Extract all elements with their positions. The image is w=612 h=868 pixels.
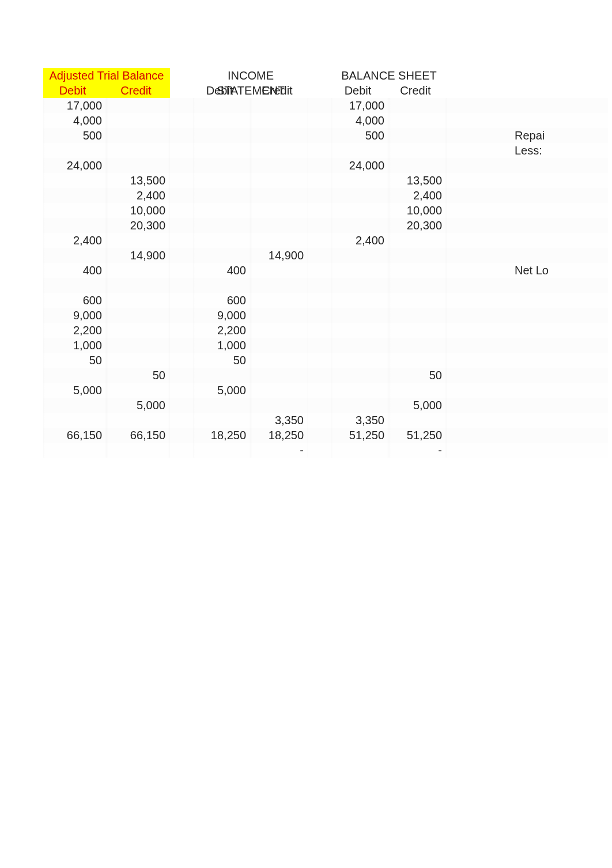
cell-is-credit: [251, 188, 308, 203]
side-annotation: [510, 413, 579, 428]
col-header-atb-credit: Credit: [107, 83, 170, 98]
cell-is-debit: 2,200: [193, 323, 251, 338]
table-row: 10,00010,000: [43, 203, 608, 218]
cell-bs-debit: [331, 308, 389, 323]
table-row: Less:: [43, 143, 608, 158]
cell-atb-debit: [43, 413, 107, 428]
table-row: 5050: [43, 368, 608, 383]
cell-atb-credit: 2,400: [107, 188, 170, 203]
cell-bs-debit: [331, 188, 389, 203]
col-header-bs-debit: Debit: [331, 83, 389, 98]
table-row: 20,30020,300: [43, 218, 608, 233]
cell-atb-debit: 2,400: [43, 233, 107, 248]
cell-atb-credit: [107, 443, 170, 458]
cell-is-debit: [193, 203, 251, 218]
cell-atb-debit: [43, 398, 107, 413]
side-annotation: [510, 113, 579, 128]
cell-atb-credit: [107, 413, 170, 428]
table-row: 9,0009,000: [43, 308, 608, 323]
side-annotation: [510, 188, 579, 203]
side-annotation: [510, 428, 579, 443]
col-header-atb-debit: Debit: [43, 83, 107, 98]
col-header-is-credit: Credit: [251, 83, 308, 98]
side-annotation: [510, 233, 579, 248]
cell-bs-debit: [331, 143, 389, 158]
side-annotation: [510, 368, 579, 383]
cell-bs-credit: [389, 323, 447, 338]
side-annotation: Repai: [510, 128, 579, 143]
cell-is-credit: 18,250: [251, 428, 308, 443]
column-header-row: Debit Credit Debit Credit Debit Credit: [43, 83, 608, 98]
group-header-income-statement: INCOME STATEMENT: [193, 68, 308, 83]
cell-is-credit: [251, 203, 308, 218]
cell-is-credit: 3,350: [251, 413, 308, 428]
table-row: 66,15066,15018,25018,25051,25051,250: [43, 428, 608, 443]
cell-bs-credit: 13,500: [389, 173, 447, 188]
cell-atb-debit: [43, 443, 107, 458]
table-row: 2,2002,200: [43, 323, 608, 338]
cell-atb-debit: [43, 278, 107, 293]
table-row: 5050: [43, 353, 608, 368]
cell-atb-credit: [107, 143, 170, 158]
cell-is-debit: [193, 173, 251, 188]
cell-bs-credit: 20,300: [389, 218, 447, 233]
side-annotation: Net Lo: [510, 263, 579, 278]
cell-bs-debit: 3,350: [331, 413, 389, 428]
side-annotation: [510, 293, 579, 308]
side-annotation: [510, 158, 579, 173]
side-annotation: [510, 308, 579, 323]
cell-atb-credit: [107, 233, 170, 248]
side-annotation: [510, 323, 579, 338]
cell-atb-credit: [107, 98, 170, 113]
cell-is-credit: [251, 113, 308, 128]
table-row: 3,3503,350: [43, 413, 608, 428]
table-row: --: [43, 443, 608, 458]
cell-atb-credit: [107, 383, 170, 398]
cell-is-credit: [251, 308, 308, 323]
cell-atb-credit: 10,000: [107, 203, 170, 218]
cell-bs-credit: [389, 113, 447, 128]
cell-atb-debit: 600: [43, 293, 107, 308]
table-row: 600600: [43, 293, 608, 308]
side-annotation: [510, 338, 579, 353]
table-row: 1,0001,000: [43, 338, 608, 353]
cell-bs-debit: 4,000: [331, 113, 389, 128]
cell-is-debit: 9,000: [193, 308, 251, 323]
group-header-row: Adjusted Trial Balance INCOME STATEMENT …: [43, 68, 608, 83]
table-row: 2,4002,400: [43, 188, 608, 203]
cell-atb-credit: 66,150: [107, 428, 170, 443]
cell-bs-credit: [389, 98, 447, 113]
cell-bs-credit: 51,250: [389, 428, 447, 443]
cell-is-debit: 600: [193, 293, 251, 308]
side-annotation: [510, 443, 579, 458]
cell-bs-credit: [389, 128, 447, 143]
cell-bs-debit: [331, 353, 389, 368]
side-annotation: [510, 98, 579, 113]
cell-is-credit: [251, 263, 308, 278]
cell-atb-credit: 5,000: [107, 398, 170, 413]
cell-is-debit: [193, 398, 251, 413]
cell-bs-credit: [389, 338, 447, 353]
cell-bs-credit: [389, 353, 447, 368]
cell-atb-credit: [107, 113, 170, 128]
cell-bs-credit: [389, 278, 447, 293]
cell-atb-debit: 66,150: [43, 428, 107, 443]
cell-bs-debit: [331, 173, 389, 188]
cell-bs-debit: [331, 278, 389, 293]
cell-atb-credit: 50: [107, 368, 170, 383]
cell-bs-debit: 17,000: [331, 98, 389, 113]
table-row: 5,0005,000: [43, 398, 608, 413]
table-row: 5,0005,000: [43, 383, 608, 398]
cell-is-debit: [193, 98, 251, 113]
cell-atb-credit: [107, 263, 170, 278]
cell-is-credit: [251, 143, 308, 158]
col-header-is-debit: Debit: [193, 83, 251, 98]
cell-bs-debit: [331, 368, 389, 383]
worksheet-table: Adjusted Trial Balance INCOME STATEMENT …: [43, 68, 608, 458]
table-row: 4,0004,000: [43, 113, 608, 128]
table-row: 17,00017,000: [43, 98, 608, 113]
cell-atb-credit: [107, 353, 170, 368]
side-annotation: [510, 353, 579, 368]
cell-atb-credit: [107, 128, 170, 143]
cell-bs-debit: [331, 263, 389, 278]
